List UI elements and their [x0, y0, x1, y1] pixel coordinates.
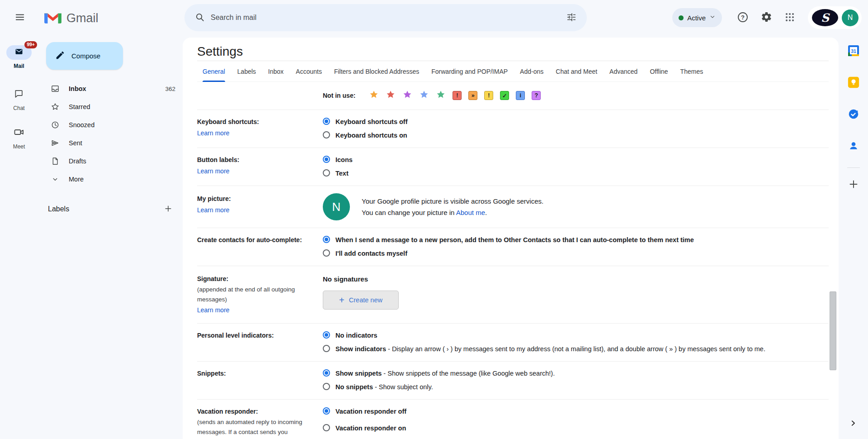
sidebar-item-label: Starred — [69, 103, 175, 110]
gmail-m-icon — [43, 10, 62, 26]
orange-guillemet-icon[interactable]: » — [468, 91, 477, 100]
vacation-note: (sends an automated reply to incoming me… — [197, 417, 316, 437]
compose-pencil-icon — [55, 50, 65, 62]
settings-gear-icon — [761, 11, 772, 24]
sidebar-item-more[interactable]: More — [38, 170, 183, 188]
scrollbar-thumb[interactable] — [830, 291, 836, 370]
plus-icon — [164, 204, 173, 215]
gmail-app: Gmail Active — [0, 0, 868, 439]
unused-stars-set: ! » ! ✓ i ? — [369, 90, 541, 101]
settings-row-vacation-responder: Vacation responder: (sends an automated … — [197, 400, 829, 439]
rail-label-chat: Chat — [13, 105, 24, 111]
account-area: S N — [808, 6, 862, 29]
row-label: Keyboard shortcuts: — [197, 116, 316, 128]
draft-icon — [51, 157, 60, 166]
sidebar-item-snoozed[interactable]: Snoozed — [38, 116, 183, 134]
tab-filters[interactable]: Filters and Blocked Addresses — [334, 61, 419, 82]
radio-no-snippets[interactable] — [323, 383, 330, 390]
learn-more-link[interactable]: Learn more — [197, 166, 230, 177]
option-description: - Display an arrow ( › ) by messages sen… — [386, 345, 765, 353]
sidebar-item-drafts[interactable]: Drafts — [38, 152, 183, 170]
sidebar-item-starred[interactable]: Starred — [38, 98, 183, 116]
radio-auto-complete-on[interactable] — [323, 236, 330, 243]
green-star-icon[interactable] — [436, 90, 446, 101]
profile-picture-text: Your Google profile picture is visible a… — [362, 196, 543, 207]
support-button[interactable]: ? — [733, 8, 753, 28]
contacts-button[interactable] — [844, 138, 863, 156]
search-input[interactable] — [211, 14, 561, 22]
show-side-panel-button[interactable] — [846, 417, 860, 431]
get-addons-button[interactable] — [844, 176, 863, 194]
red-star-icon[interactable] — [386, 90, 396, 101]
blue-star-icon[interactable] — [419, 90, 429, 101]
tab-labels[interactable]: Labels — [237, 61, 256, 82]
page-title: Settings — [197, 44, 243, 59]
radio-vacation-on[interactable] — [323, 424, 330, 431]
settings-button[interactable] — [756, 8, 776, 28]
tasks-button[interactable] — [844, 106, 863, 124]
tab-inbox[interactable]: Inbox — [268, 61, 283, 82]
radio-no-indicators[interactable] — [323, 331, 330, 339]
compose-button[interactable]: Compose — [46, 42, 123, 70]
profile-avatar[interactable]: N — [323, 193, 350, 220]
radio-button-labels-icons[interactable] — [323, 156, 330, 163]
tab-addons[interactable]: Add-ons — [520, 61, 543, 82]
tab-accounts[interactable]: Accounts — [296, 61, 322, 82]
yellow-bang-icon[interactable]: ! — [484, 91, 493, 100]
radio-keyboard-shortcuts-off[interactable] — [323, 118, 330, 125]
calendar-button[interactable]: 31 — [844, 43, 863, 61]
status-chip[interactable]: Active — [672, 8, 722, 27]
option-label: Keyboard shortcuts on — [335, 132, 407, 139]
purple-star-icon[interactable] — [402, 90, 412, 101]
settings-row-signature: Signature: (appended at the end of all o… — [197, 266, 829, 324]
radio-show-snippets[interactable] — [323, 369, 330, 377]
radio-add-contacts-myself[interactable] — [323, 249, 330, 257]
settings-tabs: General Labels Inbox Accounts Filters an… — [197, 61, 829, 82]
clock-icon — [51, 120, 60, 129]
learn-more-link[interactable]: Learn more — [197, 305, 230, 316]
blue-info-icon[interactable]: i — [516, 91, 525, 100]
top-header: Gmail Active — [0, 0, 868, 35]
radio-keyboard-shortcuts-on[interactable] — [323, 131, 330, 138]
chevron-right-icon — [849, 419, 857, 429]
learn-more-link[interactable]: Learn more — [197, 128, 230, 139]
tab-advanced[interactable]: Advanced — [609, 61, 637, 82]
red-bang-icon[interactable]: ! — [453, 91, 462, 100]
main-menu-button[interactable] — [10, 8, 30, 28]
keep-button[interactable] — [844, 74, 863, 92]
settings-row-auto-complete: Create contacts for auto-complete: When … — [197, 228, 829, 266]
radio-vacation-off[interactable] — [323, 407, 330, 415]
compose-label: Compose — [71, 52, 100, 60]
rail-item-meet[interactable]: Meet — [0, 126, 38, 150]
search-button[interactable] — [189, 7, 211, 29]
purple-question-icon[interactable]: ? — [532, 91, 541, 100]
radio-show-indicators[interactable] — [323, 345, 330, 352]
option-label: Show snippets — [335, 370, 382, 377]
sidebar-item-inbox[interactable]: Inbox 362 — [38, 80, 183, 98]
rail-item-mail[interactable]: 99+ Mail — [0, 45, 38, 69]
orange-star-icon[interactable] — [369, 90, 379, 101]
radio-button-labels-text[interactable] — [323, 169, 330, 177]
tab-themes[interactable]: Themes — [680, 61, 703, 82]
tab-offline[interactable]: Offline — [650, 61, 668, 82]
tab-forwarding[interactable]: Forwarding and POP/IMAP — [431, 61, 508, 82]
create-signature-button[interactable]: + Create new — [323, 291, 399, 310]
rail-label-meet: Meet — [13, 143, 25, 150]
tasks-icon — [847, 108, 860, 122]
calendar-icon: 31 — [847, 44, 860, 59]
tab-chat-meet[interactable]: Chat and Meet — [556, 61, 597, 82]
sidebar-item-sent[interactable]: Sent — [38, 134, 183, 152]
google-apps-button[interactable] — [780, 8, 800, 28]
help-icon: ? — [737, 11, 749, 24]
about-me-link[interactable]: About me — [456, 209, 485, 216]
search-options-button[interactable] — [561, 8, 581, 28]
learn-more-link[interactable]: Learn more — [197, 205, 230, 216]
account-avatar[interactable]: N — [842, 10, 859, 26]
create-label-button[interactable] — [161, 202, 175, 216]
option-label: Icons — [335, 156, 353, 163]
row-label: Personal level indicators: — [197, 330, 316, 341]
tab-general[interactable]: General — [203, 61, 225, 82]
green-check-icon[interactable]: ✓ — [500, 91, 509, 100]
rail-item-chat[interactable]: Chat — [0, 87, 38, 111]
sidebar-item-label: More — [69, 176, 175, 183]
